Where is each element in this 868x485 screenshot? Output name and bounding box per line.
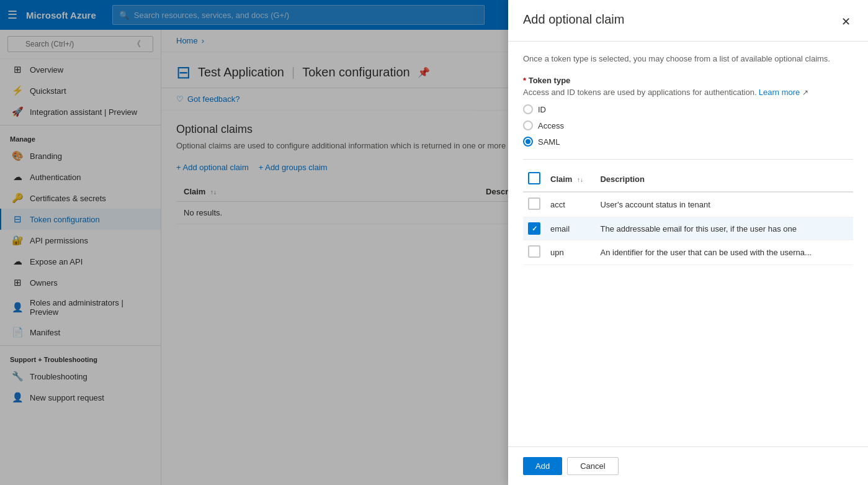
radio-id-label: ID [538,105,546,114]
row-checkbox-cell [523,192,545,217]
radio-access-label: Access [538,121,564,130]
panel-footer: Add Cancel [508,446,868,485]
radio-saml[interactable]: SAML [523,137,853,147]
panel-table-row: upnAn identifier for the user that can b… [523,240,853,265]
claim-desc-email: The addressable email for this user, if … [595,217,853,240]
panel-close-button[interactable]: ✕ [839,12,853,31]
row-checkbox-cell [523,240,545,265]
cancel-button[interactable]: Cancel [567,457,618,475]
radio-access-circle[interactable] [523,120,533,130]
token-type-label: * Token type [523,76,853,85]
checkbox-email[interactable]: ✓ [528,222,540,235]
add-button[interactable]: Add [523,457,562,475]
claim-label-acct: acct [545,192,595,217]
radio-id-circle[interactable] [523,104,533,114]
required-star: * [523,76,526,85]
learn-more-link[interactable]: Learn more [759,88,800,97]
checkbox-acct[interactable] [528,197,540,210]
claim-sort-icon[interactable]: ↑↓ [577,176,583,183]
row-checkbox-cell: ✓ [523,217,545,240]
token-type-subdesc: Access and ID tokens are used by applica… [523,88,853,97]
side-panel: Add optional claim ✕ Once a token type i… [508,0,868,485]
radio-saml-circle[interactable] [523,137,533,147]
checkbox-upn[interactable] [528,245,540,258]
claims-panel-table: Claim ↑↓ Description acctUser's account … [523,167,853,265]
panel-header: Add optional claim ✕ [508,0,868,42]
panel-col-claim: Claim ↑↓ [545,167,595,192]
radio-saml-dot [526,139,530,144]
panel-title: Add optional claim [523,12,624,27]
claim-label-email: email [545,217,595,240]
header-checkbox[interactable] [528,172,540,184]
panel-table-row: acctUser's account status in tenant [523,192,853,217]
claim-label-upn: upn [545,240,595,265]
radio-id[interactable]: ID [523,104,853,114]
panel-divider [523,159,853,160]
radio-access[interactable]: Access [523,120,853,130]
panel-body: Once a token type is selected, you may c… [508,42,868,446]
panel-table-header-row: Claim ↑↓ Description [523,167,853,192]
radio-saml-label: SAML [538,137,560,147]
token-type-subdesc-text: Access and ID tokens are used by applica… [523,88,757,97]
panel-col-checkbox [523,167,545,192]
panel-description: Once a token type is selected, you may c… [523,54,853,63]
panel-col-description: Description [595,167,853,192]
panel-table-row: ✓emailThe addressable email for this use… [523,217,853,240]
token-type-radio-group: ID Access SAML [523,104,853,147]
claim-desc-acct: User's account status in tenant [595,192,853,217]
panel-col-claim-label: Claim [550,175,572,184]
claim-desc-upn: An identifier for the user that can be u… [595,240,853,265]
